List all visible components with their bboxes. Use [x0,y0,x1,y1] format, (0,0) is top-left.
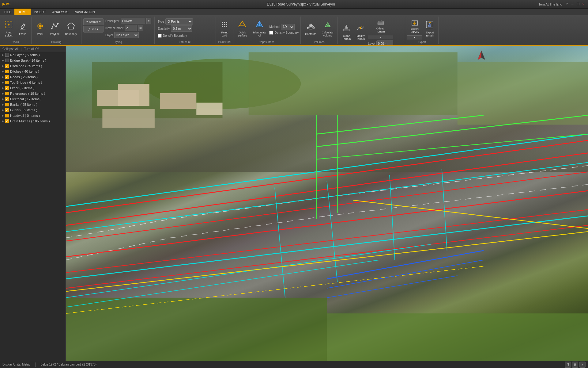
layer-other[interactable]: ▶ ✓ Other ( 2 items ) [0,85,66,91]
layer-checkbox[interactable]: ✓ [5,108,9,112]
layer-top-bridge[interactable]: ▶ ✓ Top Bridge ( 6 items ) [0,80,66,85]
layer-headwall[interactable]: ▶ ✓ Headwall ( 0 items ) [0,113,66,118]
close-button[interactable]: ✕ [581,2,586,6]
method-select[interactable]: 3D [281,24,295,30]
layer-drain-flumes[interactable]: ▶ ✓ Drain Flumes ( 105 items ) [0,118,66,124]
minimize-button[interactable]: ─ [570,2,575,6]
layer-checkbox[interactable]: ✓ [5,119,9,123]
menu-analysis[interactable]: ANALYSIS [49,9,71,15]
layer-checkbox[interactable]: ✓ [5,103,9,106]
styling-buttons: ✦ Symbol ▾ ╱ Line ▾ [83,17,104,33]
layer-ditch-bed[interactable]: ▶ ✓ Ditch bed ( 25 items ) [0,63,66,69]
descriptor-input[interactable] [121,18,145,24]
layer-checkbox[interactable]: ✓ [5,97,9,101]
next-number-expand[interactable]: ⊞ [138,25,143,31]
tools-items: AreaSelect Erase [2,17,29,40]
export-survey-arrow[interactable]: ▾ [407,35,422,40]
densify-topo-row: Densify Boundary [269,31,299,35]
offset-terrain-arrow[interactable]: ▾ [368,35,393,39]
layer-checkbox[interactable] [5,59,9,62]
layer-arrow: ▶ [2,92,4,95]
layer-no-layer[interactable]: ▶ No Layer ( 5 items ) [0,52,66,58]
densify-topo-checkbox[interactable] [269,31,273,35]
layer-checkbox[interactable]: ✓ [5,81,9,84]
layer-checkbox[interactable]: ✓ [5,64,9,68]
layer-arrow: ▶ [2,86,4,90]
export-survey-button[interactable]: ExportSurvey [407,17,422,35]
symbol-label: ✦ Symbol ▾ [86,20,101,23]
survey-overlay [66,46,588,361]
ribbon-group-toposurface: QuickSurface TriangulateAll Method 3D [233,17,301,44]
layer-checkbox[interactable]: ✓ [5,114,9,117]
help-button[interactable]: ? [565,2,569,6]
contours-button[interactable]: Contours [303,17,319,40]
area-select-icon [4,20,13,30]
clean-terrain-label: CleanTerrain [342,34,351,40]
layer-checkbox[interactable]: ✓ [5,75,9,79]
collapse-all-button[interactable]: Collapse All [2,47,18,51]
modify-terrain-button[interactable]: ModifyTerrain [354,21,367,43]
layer-checkbox[interactable]: ✓ [5,70,9,73]
layer-select[interactable]: No Layer [114,32,139,38]
svg-marker-23 [257,21,259,26]
svg-point-3 [39,25,42,28]
layer-references[interactable]: ▶ ✓ References ( 19 items ) [0,91,66,96]
method-label: Method [269,25,279,29]
layer-electrical[interactable]: ▶ ✓ Electrical ( 17 items ) [0,96,66,102]
fullscreen-icon[interactable]: ⤢ [579,362,586,368]
layer-ditches[interactable]: ▶ ✓ Ditches ( 40 items ) [0,69,66,74]
layer-checkbox[interactable] [5,53,9,57]
quick-surface-button[interactable]: QuickSurface [235,17,250,40]
main-area: Collapse All | Turn All Off ▶ No Layer (… [0,46,588,361]
restore-button[interactable]: ❐ [576,2,580,6]
menu-file[interactable]: FILE [1,9,14,15]
type-select[interactable]: Q-Points [165,18,193,25]
modify-terrain-icon [356,24,365,34]
layer-checkbox[interactable]: ✓ [5,92,9,95]
layer-roads[interactable]: ▶ ✓ Roads ( 26 items ) [0,74,66,80]
clean-terrain-button[interactable]: CleanTerrain [340,21,353,43]
layer-banks[interactable]: ▶ ✓ Banks ( 95 items ) [0,102,66,107]
terrain-ops-items: CleanTerrain ModifyTerrain [340,17,393,46]
export-terrain-button[interactable]: ExportTerrain [423,17,436,40]
offset-terrain-button[interactable]: OffsetTerrain ▾ [368,17,393,39]
layer-bridge-bank[interactable]: ▶ Bridge Bank ( 14 items ) [0,58,66,63]
menu-insert[interactable]: INSERT [31,9,49,15]
north-icon[interactable]: N [565,362,571,368]
turn-all-off-button[interactable]: Turn All Off [24,47,39,51]
triangulate-icon [255,20,264,30]
menu-navigation[interactable]: NAVIGATION [71,9,98,15]
layer-gutter[interactable]: ▶ ✓ Gutter ( 52 items ) [0,107,66,113]
svg-line-33 [360,26,362,28]
calculate-volume-button[interactable]: CalculateVolume [319,17,336,40]
descriptor-expand-button[interactable]: ≡ [146,18,151,24]
boundary-button[interactable]: Boundary [63,17,80,40]
level-input[interactable] [376,40,393,46]
svg-line-71 [66,216,588,279]
densify-checkbox[interactable] [158,34,162,38]
svg-rect-48 [160,93,196,109]
grid-icon[interactable]: ⊞ [572,362,578,368]
area-select-button[interactable]: AreaSelect [2,17,15,40]
next-number-input[interactable] [125,25,137,31]
svg-line-76 [390,175,395,260]
line-button[interactable]: ╱ Line ▾ [83,26,104,33]
svg-point-11 [224,22,225,23]
point-button[interactable]: Point [33,17,47,40]
menu-home[interactable]: HOME [14,9,31,15]
ribbon-group-pointgrid: PointGrid Point Grid [216,17,233,44]
elasticity-select[interactable]: 0.5 m [171,25,192,32]
svg-rect-47 [102,109,155,128]
triangulate-all-button[interactable]: TriangulateAll [250,17,269,40]
layer-checkbox[interactable]: ✓ [5,86,9,90]
erase-button[interactable]: Erase [16,17,29,40]
point-grid-button[interactable]: PointGrid [218,17,231,40]
statusbar: Display Units: Metric Belge 1972 / Belgi… [0,361,588,368]
svg-point-10 [222,22,223,23]
viewport[interactable] [66,46,588,361]
offset-terrain-top[interactable]: OffsetTerrain [368,17,393,35]
symbol-button[interactable]: ✦ Symbol ▾ [83,18,104,25]
layer-arrow: ▶ [2,120,4,123]
polyline-button[interactable]: Polyline [47,17,62,40]
compass-arrow [573,50,582,59]
